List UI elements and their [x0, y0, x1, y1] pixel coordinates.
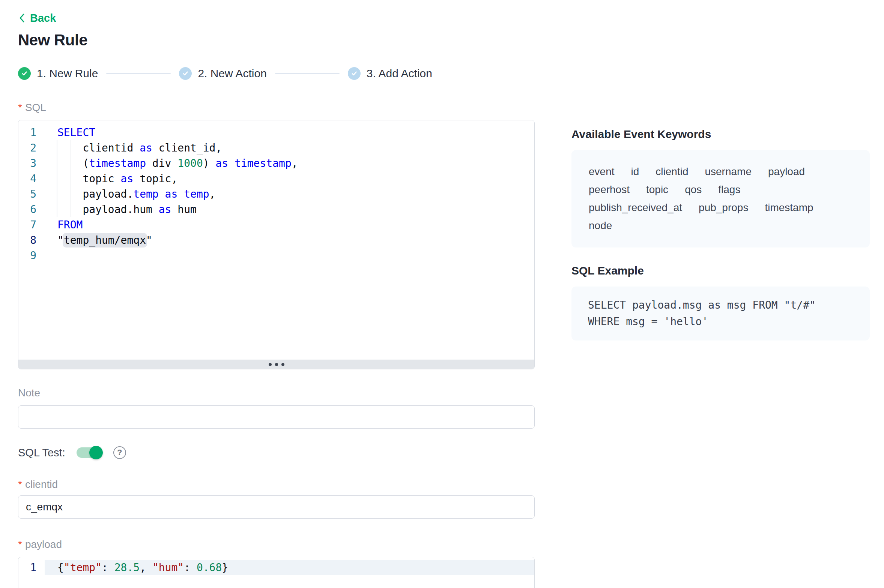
event-keyword: node — [589, 217, 612, 235]
required-asterisk: * — [18, 478, 22, 490]
help-icon[interactable]: ? — [113, 446, 126, 459]
sql-example-line: WHERE msg = 'hello' — [588, 314, 853, 330]
indent-guide — [57, 140, 57, 217]
event-keyword: timestamp — [765, 199, 813, 217]
sql-editor-body[interactable]: 1SELECT2 clientid as client_id,3 (timest… — [18, 120, 534, 360]
check-circle-icon — [348, 67, 361, 80]
line-number: 1 — [18, 125, 36, 140]
code-line-3: 3 (timestamp div 1000) as timestamp, — [18, 156, 534, 171]
line-number: 4 — [18, 171, 36, 186]
required-asterisk: * — [18, 538, 22, 550]
payload-code-editor[interactable]: 1{"temp": 28.5, "hum": 0.68} — [18, 557, 535, 588]
line-number: 7 — [18, 217, 36, 232]
keyword-row: node — [589, 217, 852, 235]
keyword-row: peerhosttopicqosflags — [589, 181, 852, 199]
line-number: 8 — [18, 232, 36, 248]
step-label: 3. Add Action — [367, 67, 432, 80]
check-circle-icon — [179, 67, 192, 80]
step-connector — [275, 73, 340, 74]
new-rule-page: Back New Rule 1. New Rule 2. New Action — [0, 0, 884, 588]
sql-example-line: SELECT payload.msg as msg FROM "t/#" — [588, 297, 853, 314]
payload-editor-body[interactable]: 1{"temp": 28.5, "hum": 0.68} — [18, 557, 534, 588]
event-keyword: qos — [685, 181, 702, 199]
steps-bar: 1. New Rule 2. New Action 3. Add Action — [18, 67, 535, 80]
payload-field-label: *payload — [18, 538, 535, 551]
keyword-row: publish_received_atpub_propstimestamp — [589, 199, 852, 217]
code-line-9: 9 — [18, 248, 534, 263]
ellipsis-icon — [269, 363, 284, 366]
code-line-5: 5 payload.temp as temp, — [18, 186, 534, 202]
line-number: 1 — [18, 560, 36, 575]
event-keyword: peerhost — [589, 181, 630, 199]
main-form-column: Back New Rule 1. New Rule 2. New Action — [18, 11, 535, 588]
editor-resize-handle[interactable] — [18, 360, 534, 369]
event-keyword: pub_props — [699, 199, 748, 217]
sql-code-editor[interactable]: 1SELECT2 clientid as client_id,3 (timest… — [18, 120, 535, 369]
code-line-4: 4 topic as topic, — [18, 171, 534, 186]
back-link[interactable]: Back — [18, 11, 535, 25]
code-line-1: 1SELECT — [18, 125, 534, 140]
keywords-heading: Available Event Keywords — [571, 128, 870, 141]
step-connector — [106, 73, 171, 74]
event-keyword: publish_received_at — [589, 199, 682, 217]
event-keyword: id — [631, 163, 639, 181]
code-line-8: 8"temp_hum/emqx" — [18, 232, 534, 248]
chevron-left-icon — [18, 12, 26, 24]
step-new-action[interactable]: 2. New Action — [179, 67, 266, 80]
line-number: 2 — [18, 140, 36, 156]
indent-guide — [71, 140, 71, 217]
keyword-row: eventidclientidusernamepayload — [589, 163, 852, 181]
code-line-2: 2 clientid as client_id, — [18, 140, 534, 156]
required-asterisk: * — [18, 102, 22, 113]
toggle-knob — [89, 446, 103, 459]
clientid-input[interactable] — [18, 495, 535, 519]
keywords-panel: eventidclientidusernamepayloadpeerhostto… — [571, 150, 870, 248]
sql-test-row: SQL Test: ? — [18, 446, 535, 459]
code-line-1: 1{"temp": 28.5, "hum": 0.68} — [18, 560, 534, 575]
event-keyword: username — [705, 163, 752, 181]
line-number: 5 — [18, 186, 36, 202]
code-line-6: 6 payload.hum as hum — [18, 202, 534, 217]
sql-field-label: *SQL — [18, 101, 535, 114]
event-keyword: payload — [768, 163, 805, 181]
check-circle-icon — [18, 67, 31, 80]
line-number: 6 — [18, 202, 36, 217]
note-field-label: Note — [18, 387, 535, 399]
sql-test-toggle[interactable] — [77, 447, 102, 458]
step-add-action[interactable]: 3. Add Action — [348, 67, 432, 80]
event-keyword: topic — [646, 181, 668, 199]
note-input[interactable] — [18, 405, 535, 429]
event-keyword: clientid — [655, 163, 688, 181]
help-sidebar: Available Event Keywords eventidclientid… — [571, 128, 870, 340]
page-title: New Rule — [18, 31, 535, 50]
step-new-rule[interactable]: 1. New Rule — [18, 67, 98, 80]
event-keyword: flags — [718, 181, 740, 199]
back-label: Back — [30, 12, 56, 24]
sql-test-label: SQL Test: — [18, 447, 65, 459]
line-number: 9 — [18, 248, 36, 263]
clientid-field-label: *clientid — [18, 478, 535, 491]
event-keyword: event — [589, 163, 615, 181]
step-label: 1. New Rule — [37, 67, 98, 80]
line-number: 3 — [18, 156, 36, 171]
code-line-7: 7FROM — [18, 217, 534, 232]
sql-example-panel: SELECT payload.msg as msg FROM "t/#"WHER… — [571, 286, 870, 340]
step-label: 2. New Action — [198, 67, 266, 80]
sql-example-heading: SQL Example — [571, 264, 870, 278]
